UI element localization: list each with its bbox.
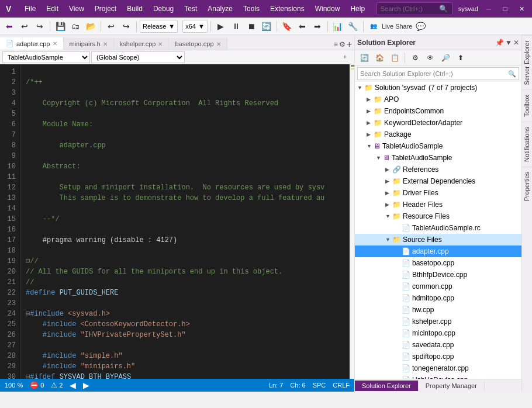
side-tab-properties[interactable]: Properties bbox=[522, 167, 532, 206]
git-button[interactable]: ⬆ bbox=[454, 51, 468, 64]
tree-view[interactable]: ▼ 📁 Solution 'sysvad' (7 of 7 projects) … bbox=[355, 82, 521, 379]
break-button[interactable]: ⏸ bbox=[229, 20, 243, 33]
feedback-button[interactable]: 💬 bbox=[413, 20, 427, 33]
side-tab-toolbox[interactable]: Toolbox bbox=[522, 89, 532, 122]
platform-dropdown[interactable]: x64 ▼ bbox=[182, 20, 208, 33]
menu-test[interactable]: Test bbox=[179, 2, 202, 15]
undo-button[interactable]: ↩ bbox=[18, 20, 32, 33]
redo-button[interactable]: ↪ bbox=[33, 20, 47, 33]
tree-tablet[interactable]: ▼ 🖥 TabletAudioSample bbox=[355, 140, 521, 152]
back-button[interactable]: ⬅ bbox=[2, 20, 16, 33]
menu-analyze[interactable]: Analyze bbox=[203, 2, 237, 15]
tree-keyword[interactable]: ▶ 📁 KeywordDetectorAdapter bbox=[355, 117, 521, 129]
tree-adapter-cpp[interactable]: ▶ 📄 adapter.cpp bbox=[355, 246, 521, 257]
tab-adapter-cpp[interactable]: 📄 adapter.cpp ✕ bbox=[0, 37, 64, 50]
tree-hw[interactable]: ▶ 📄 hw.cpp bbox=[355, 304, 521, 316]
redo2-button[interactable]: ↪ bbox=[119, 20, 133, 33]
undo2-button[interactable]: ↩ bbox=[104, 20, 118, 33]
tree-kshelper[interactable]: ▶ 📄 kshelper.cpp bbox=[355, 316, 521, 327]
menu-window[interactable]: Window bbox=[310, 2, 345, 15]
class-dropdown[interactable]: TabletAudioSample bbox=[2, 51, 90, 63]
open-button[interactable]: 📂 bbox=[84, 20, 98, 33]
side-tab-server[interactable]: Server Explorer bbox=[522, 35, 532, 89]
refresh-button[interactable]: 🔄 bbox=[357, 51, 371, 64]
tab-close-minipairs[interactable]: ✕ bbox=[103, 41, 108, 47]
side-tab-notifications[interactable]: Notifications bbox=[522, 122, 532, 167]
menu-build[interactable]: Build bbox=[122, 2, 147, 15]
tab-basetopo-cpp[interactable]: basetopo.cpp ✕ bbox=[169, 38, 227, 50]
nav-button[interactable]: ⬅ bbox=[295, 20, 309, 33]
tree-savedata[interactable]: ▶ 📄 savedata.cpp bbox=[355, 339, 521, 351]
title-search-box[interactable]: 🔍 bbox=[376, 2, 452, 15]
menu-project[interactable]: Project bbox=[90, 2, 121, 15]
tree-package[interactable]: ▶ 📁 Package bbox=[355, 129, 521, 140]
nav2-button[interactable]: ➡ bbox=[310, 20, 324, 33]
config-dropdown[interactable]: Release ▼ bbox=[140, 20, 178, 33]
diag-button[interactable]: 🔧 bbox=[346, 20, 360, 33]
tab-close-adapter[interactable]: ✕ bbox=[53, 40, 57, 47]
tree-hdmitopo[interactable]: ▶ 📄 hdmitopo.cpp bbox=[355, 292, 521, 304]
nav-back-icon[interactable]: ◀ bbox=[70, 381, 76, 390]
bookmark-button[interactable]: 🔖 bbox=[280, 20, 294, 33]
panel-search[interactable]: 🔍 bbox=[357, 67, 519, 80]
tree-resource-files[interactable]: ▼ 📁 Resource Files bbox=[355, 210, 521, 222]
tab-list-icon[interactable]: ≡ bbox=[334, 40, 338, 49]
panel-search-input[interactable] bbox=[360, 70, 508, 77]
bottom-tab-solution[interactable]: Solution Explorer bbox=[355, 381, 419, 391]
menu-help[interactable]: Help bbox=[346, 2, 369, 15]
tab-close-kshelper[interactable]: ✕ bbox=[158, 41, 163, 47]
tree-header-files[interactable]: ▶ 📁 Header Files bbox=[355, 199, 521, 210]
error-indicator[interactable]: ⛔ 0 bbox=[30, 381, 44, 389]
nav-forward-icon[interactable]: ▶ bbox=[83, 381, 89, 390]
tree-apo[interactable]: ▶ 📁 APO bbox=[355, 94, 521, 105]
show-all-button[interactable]: 📋 bbox=[388, 51, 402, 64]
tab-pin-icon[interactable]: ⚙ bbox=[339, 40, 346, 49]
code-editor[interactable]: 12345 678910 1112131415 1617181920 21222… bbox=[0, 64, 354, 379]
tree-endpoints[interactable]: ▶ 📁 EndpointsCommon bbox=[355, 105, 521, 117]
perf-button[interactable]: 📊 bbox=[331, 20, 345, 33]
tree-usbhs[interactable]: ▶ 📄 UsbHsDevice.cpp bbox=[355, 374, 521, 379]
stop-button[interactable]: ⏹ bbox=[244, 20, 258, 33]
close-button[interactable]: ✕ bbox=[516, 5, 527, 13]
scope-dropdown[interactable]: (Global Scope) bbox=[91, 51, 185, 63]
preview-button[interactable]: 👁 bbox=[423, 51, 437, 64]
tree-solution[interactable]: ▼ 📁 Solution 'sysvad' (7 of 7 projects) bbox=[355, 82, 521, 94]
tab-minipairs-h[interactable]: minipairs.h ✕ bbox=[64, 38, 114, 50]
tab-close-basetopo[interactable]: ✕ bbox=[216, 41, 221, 47]
panel-menu-icon[interactable]: ▼ bbox=[505, 39, 512, 47]
expand-editor-button[interactable]: + bbox=[338, 51, 352, 64]
save-all-button[interactable]: 🗂 bbox=[68, 20, 82, 33]
tree-ext-deps[interactable]: ▶ 📁 External Dependencies bbox=[355, 175, 521, 187]
title-search-input[interactable] bbox=[381, 5, 439, 12]
tree-tonegenerator[interactable]: ▶ 📄 tonegenerator.cpp bbox=[355, 362, 521, 374]
menu-tools[interactable]: Tools bbox=[239, 2, 264, 15]
tree-tablet-ref[interactable]: ▼ 🖥 TabletAudioSample bbox=[355, 152, 521, 164]
menu-edit[interactable]: Edit bbox=[42, 2, 63, 15]
tree-bthhfp[interactable]: ▶ 📄 BthhfpDevice.cpp bbox=[355, 269, 521, 281]
bottom-tab-property[interactable]: Property Manager bbox=[419, 381, 485, 391]
tree-driver-files[interactable]: ▶ 📁 Driver Files bbox=[355, 187, 521, 199]
warning-indicator[interactable]: ⚠ 2 bbox=[51, 381, 63, 389]
minimize-button[interactable]: ─ bbox=[483, 5, 495, 12]
maximize-button[interactable]: □ bbox=[499, 5, 511, 12]
live-share-label[interactable]: Live Share bbox=[382, 23, 413, 30]
tree-source-files[interactable]: ▼ 📁 Source Files bbox=[355, 234, 521, 246]
pin-icon[interactable]: 📌 bbox=[495, 39, 504, 47]
tree-common[interactable]: ▶ 📄 common.cpp bbox=[355, 281, 521, 292]
menu-view[interactable]: View bbox=[64, 2, 89, 15]
filter-button[interactable]: 🔎 bbox=[438, 51, 452, 64]
start-button[interactable]: ▶ bbox=[214, 20, 228, 33]
menu-extensions[interactable]: Extensions bbox=[265, 2, 309, 15]
code-text[interactable]: /*++ Copyright (c) Microsoft Corporation… bbox=[21, 64, 350, 379]
tree-spdiftopo[interactable]: ▶ 📄 spdiftopo.cpp bbox=[355, 351, 521, 362]
tree-basetopo[interactable]: ▶ 📄 basetopo.cpp bbox=[355, 257, 521, 269]
new-tab-icon[interactable]: + bbox=[347, 39, 352, 50]
tree-rc-file[interactable]: ▶ 📄 TabletAudioSample.rc bbox=[355, 222, 521, 234]
tree-micintopo[interactable]: ▶ 📄 micintopo.cpp bbox=[355, 327, 521, 339]
panel-close-icon[interactable]: ✕ bbox=[513, 39, 519, 47]
tab-kshelper-cpp[interactable]: kshelper.cpp ✕ bbox=[114, 38, 170, 50]
menu-file[interactable]: File bbox=[20, 2, 40, 15]
menu-debug[interactable]: Debug bbox=[148, 2, 178, 15]
restart-button[interactable]: 🔄 bbox=[260, 20, 274, 33]
tree-references[interactable]: ▶ 🔗 References bbox=[355, 164, 521, 175]
